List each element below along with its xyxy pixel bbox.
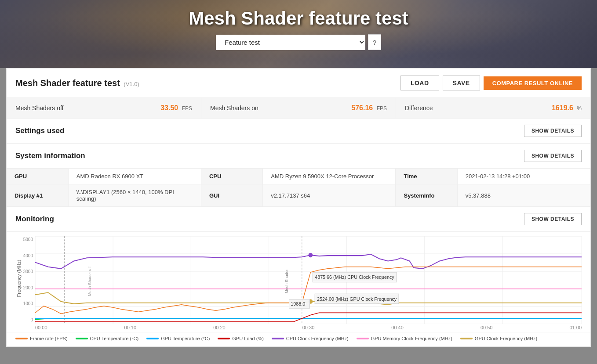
y-tick: 4000 xyxy=(15,253,35,258)
gpu-value: AMD Radeon RX 6900 XT xyxy=(68,169,201,184)
legend-color xyxy=(460,338,473,339)
y-tick: 3000 xyxy=(15,269,35,274)
system-info-table: GPU AMD Radeon RX 6900 XT CPU AMD Ryzen … xyxy=(7,169,590,207)
cpu-label: CPU xyxy=(201,169,262,184)
x-tick: 00:10 xyxy=(124,325,137,330)
legend-label: GPU Clock Frequency (MHz) xyxy=(475,336,537,341)
panel-version: (V1.0) xyxy=(124,81,139,87)
legend-item-gpu-mem-clock: GPU Memory Clock Frequency (MHz) xyxy=(357,336,452,341)
mesh-on-unit: FPS xyxy=(377,105,387,112)
test-type-dropdown[interactable]: Feature test Performance test xyxy=(216,35,365,50)
gui-value: v2.17.7137 s64 xyxy=(263,184,396,207)
display-value: \\.\DISPLAY1 (2560 × 1440, 100% DPI scal… xyxy=(68,184,201,207)
svg-text:Mesh Shader off: Mesh Shader off xyxy=(87,266,92,296)
y-tick: 0 xyxy=(15,317,35,322)
legend-label: GPU Memory Clock Frequency (MHz) xyxy=(371,336,452,341)
mesh-on-value-group: 576.16 FPS xyxy=(351,104,387,112)
legend-label: CPU Clock Frequency (MHz) xyxy=(286,336,349,341)
time-label: Time xyxy=(396,169,457,184)
panel-title-group: Mesh Shader feature test (V1.0) xyxy=(15,78,139,88)
legend-item-gpu-load: GPU Load (%) xyxy=(218,336,264,341)
x-tick: 00:30 xyxy=(302,325,315,330)
help-button[interactable]: ? xyxy=(368,34,381,50)
legend-label: GPU Temperature (°C) xyxy=(161,336,210,341)
load-button[interactable]: LOAD xyxy=(400,76,439,90)
hero-title: Mesh Shader feature test xyxy=(189,8,408,29)
mesh-off-label: Mesh Shaders off xyxy=(15,105,63,112)
x-tick: 00:50 xyxy=(481,325,493,330)
chart-canvas: 4875.66 (MHz) CPU Clock Frequency 2524.0… xyxy=(35,236,582,324)
hero-section: Mesh Shader feature test Feature test Pe… xyxy=(0,0,597,68)
legend-item-gpu-clock: GPU Clock Frequency (MHz) xyxy=(460,336,537,341)
monitoring-title: Monitoring xyxy=(15,215,54,223)
mesh-off-value-group: 33.50 FPS xyxy=(160,104,192,112)
y-tick: 1000 xyxy=(15,301,35,306)
display-label: Display #1 xyxy=(7,184,68,207)
mesh-on-label: Mesh Shaders on xyxy=(210,105,258,112)
table-row: GPU AMD Radeon RX 6900 XT CPU AMD Ryzen … xyxy=(7,169,590,184)
header-buttons: LOAD SAVE COMPARE RESULT ONLINE xyxy=(400,76,582,90)
compare-online-button[interactable]: COMPARE RESULT ONLINE xyxy=(484,76,582,90)
difference-unit: % xyxy=(577,105,582,112)
panel-title: Mesh Shader feature test xyxy=(15,78,120,88)
legend-item-gpu-temp: GPU Temperature (°C) xyxy=(146,336,210,341)
svg-text:1988.0: 1988.0 xyxy=(291,301,305,306)
settings-show-details-button[interactable]: SHOW DETAILS xyxy=(524,125,582,137)
sysinfo-value: v5.37.888 xyxy=(457,184,590,207)
metric-mesh-off: Mesh Shaders off 33.50 FPS xyxy=(7,98,201,118)
system-title: System information xyxy=(15,151,85,160)
legend-color xyxy=(146,338,159,339)
y-tick: 5000 xyxy=(15,237,35,242)
monitoring-show-details-button[interactable]: SHOW DETAILS xyxy=(524,213,582,225)
legend-color xyxy=(272,338,284,339)
legend-color xyxy=(76,338,88,339)
x-tick: 00:20 xyxy=(213,325,226,330)
difference-value: 1619.6 xyxy=(552,104,573,112)
legend-item-framerate: Frame rate (FPS) xyxy=(15,336,68,341)
gpu-label: GPU xyxy=(7,169,68,184)
svg-text:Mesh Shader: Mesh Shader xyxy=(285,269,289,293)
legend-color xyxy=(357,338,369,339)
settings-title: Settings used xyxy=(15,126,64,135)
difference-label: Difference xyxy=(405,105,433,112)
chart-legend: Frame rate (FPS) CPU Temperature (°C) GP… xyxy=(7,332,590,346)
svg-text:2524.00 (MHz) GPU Clock Freque: 2524.00 (MHz) GPU Clock Frequency xyxy=(317,296,397,301)
monitoring-chart-area: Frequency (MHz) 5000 4000 3000 2000 1000… xyxy=(7,232,590,332)
mesh-off-unit: FPS xyxy=(182,105,192,112)
legend-label: CPU Temperature (°C) xyxy=(90,336,139,341)
svg-text:4875.66 (MHz) CPU Clock Freque: 4875.66 (MHz) CPU Clock Frequency xyxy=(315,274,394,280)
metrics-row: Mesh Shaders off 33.50 FPS Mesh Shaders … xyxy=(7,98,590,119)
main-panel: Mesh Shader feature test (V1.0) LOAD SAV… xyxy=(6,68,591,347)
legend-label: GPU Load (%) xyxy=(232,336,264,341)
save-button[interactable]: SAVE xyxy=(443,76,480,90)
y-tick: 2000 xyxy=(15,285,35,290)
panel-header: Mesh Shader feature test (V1.0) LOAD SAV… xyxy=(7,68,590,98)
difference-value-group: 1619.6 % xyxy=(552,104,582,112)
cpu-value: AMD Ryzen 9 5900X 12-Core Processor xyxy=(263,169,396,184)
metric-difference: Difference 1619.6 % xyxy=(396,98,590,118)
x-tick: 00:00 xyxy=(35,325,47,330)
mesh-on-value: 576.16 xyxy=(351,104,373,112)
legend-item-cpu-temp: CPU Temperature (°C) xyxy=(76,336,139,341)
legend-color xyxy=(15,338,28,339)
x-tick: 01:00 xyxy=(569,325,582,330)
legend-label: Frame rate (FPS) xyxy=(30,336,68,341)
hero-controls: Feature test Performance test ? xyxy=(216,34,381,50)
mesh-off-value: 33.50 xyxy=(160,104,178,112)
time-value: 2021-02-13 14:28 +01:00 xyxy=(457,169,590,184)
system-section-header: System information SHOW DETAILS xyxy=(7,144,590,169)
x-tick: 00:40 xyxy=(391,325,404,330)
table-row: Display #1 \\.\DISPLAY1 (2560 × 1440, 10… xyxy=(7,184,590,207)
legend-color xyxy=(218,338,230,339)
chart-svg: 4875.66 (MHz) CPU Clock Frequency 2524.0… xyxy=(35,236,582,324)
svg-point-16 xyxy=(309,253,313,257)
sysinfo-label: SystemInfo xyxy=(396,184,457,207)
settings-section-header: Settings used SHOW DETAILS xyxy=(7,119,590,144)
metric-mesh-on: Mesh Shaders on 576.16 FPS xyxy=(201,98,396,118)
gui-label: GUI xyxy=(201,184,262,207)
monitoring-section-header: Monitoring SHOW DETAILS xyxy=(7,207,590,232)
system-show-details-button[interactable]: SHOW DETAILS xyxy=(524,150,582,162)
legend-item-cpu-clock: CPU Clock Frequency (MHz) xyxy=(272,336,349,341)
